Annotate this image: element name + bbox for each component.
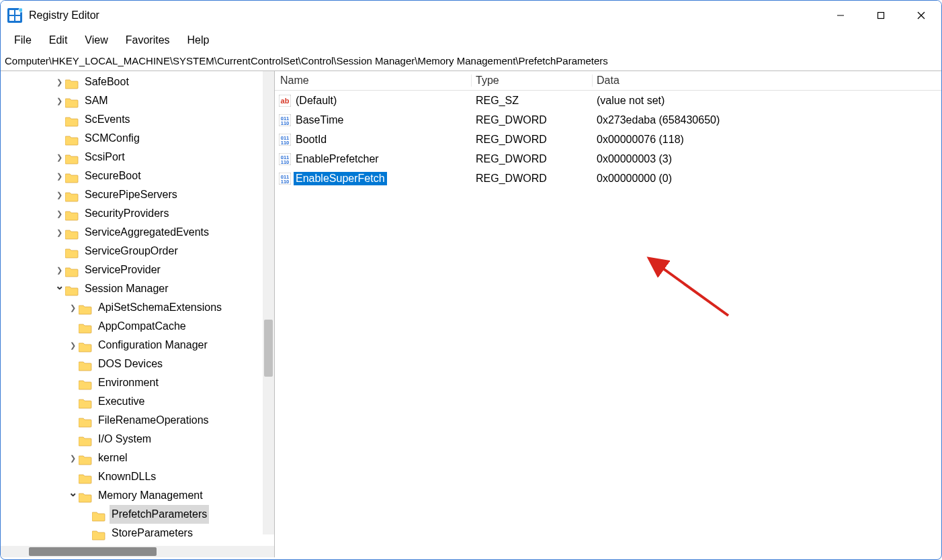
tree-item-label: SAM (83, 91, 110, 110)
scrollbar-thumb[interactable] (264, 320, 273, 377)
value-data: (value not set) (593, 95, 941, 107)
svg-line-16 (651, 260, 728, 316)
folder-icon (79, 453, 92, 464)
chevron-right-icon[interactable]: ❯ (54, 167, 64, 185)
tree-item[interactable]: KnownDLLs (1, 467, 274, 486)
values-list-panel: Name Type Data (Default)REG_SZ(value not… (275, 71, 941, 557)
list-row[interactable]: EnablePrefetcherREG_DWORD0x00000003 (3) (275, 149, 941, 169)
tree-item[interactable]: ❯SecurityProviders (1, 204, 274, 223)
menu-edit[interactable]: Edit (41, 33, 76, 48)
tree-item[interactable]: ScEvents (1, 110, 274, 129)
folder-icon (79, 302, 92, 314)
chevron-down-icon[interactable]: ⌄ (54, 277, 64, 295)
tree-item[interactable]: ⌄Memory Management (1, 486, 274, 505)
tree-item[interactable]: ⌄Session Manager (1, 279, 274, 298)
folder-icon (65, 227, 79, 238)
tree-item-label: PrefetchParameters (110, 505, 209, 524)
tree-item[interactable]: ❯Configuration Manager (1, 336, 274, 355)
chevron-right-icon[interactable]: ❯ (54, 204, 64, 223)
folder-icon (79, 359, 92, 370)
tree-item[interactable]: ❯ServiceAggregatedEvents (1, 223, 274, 242)
menu-view[interactable]: View (77, 33, 116, 48)
app-icon (7, 8, 22, 23)
menu-help[interactable]: Help (179, 33, 218, 48)
menu-file[interactable]: File (6, 33, 40, 48)
tree-item[interactable]: ❯kernel (1, 449, 274, 467)
chevron-right-icon[interactable]: ❯ (54, 148, 64, 167)
folder-icon (65, 283, 79, 295)
folder-icon (65, 265, 79, 276)
tree-item-label: I/O System (96, 430, 153, 449)
close-button[interactable] (901, 1, 941, 30)
menu-favorites[interactable]: Favorites (118, 33, 178, 48)
list-row[interactable]: BaseTimeREG_DWORD0x273edaba (658430650) (275, 110, 941, 130)
tree-vertical-scrollbar[interactable] (263, 71, 274, 534)
tree-panel: ❯SafeBoot❯SAMScEventsSCMConfig❯ScsiPort❯… (1, 71, 275, 557)
tree-item[interactable]: PrefetchParameters (1, 505, 274, 524)
list-row[interactable]: (Default)REG_SZ(value not set) (275, 91, 941, 110)
chevron-right-icon[interactable]: ❯ (54, 223, 64, 242)
tree-item-label: Environment (96, 373, 161, 392)
tree-item[interactable]: Environment (1, 373, 274, 392)
tree-item[interactable]: DOS Devices (1, 355, 274, 373)
dword-value-icon (279, 114, 291, 126)
tree-item[interactable]: AppCompatCache (1, 317, 274, 336)
chevron-right-icon[interactable]: ❯ (54, 73, 64, 91)
list-row[interactable]: EnableSuperFetchREG_DWORD0x00000000 (0) (275, 169, 941, 188)
folder-icon (65, 189, 79, 201)
tree-item[interactable]: ❯SecureBoot (1, 167, 274, 185)
dword-value-icon (279, 134, 291, 146)
tree-item-label: ApiSetSchemaExtensions (96, 298, 224, 317)
tree-item-label: SCMConfig (83, 129, 142, 148)
maximize-button[interactable] (861, 1, 901, 30)
dword-value-icon (279, 173, 291, 185)
tree-item[interactable]: ❯SecurePipeServers (1, 185, 274, 204)
folder-icon (79, 340, 92, 351)
chevron-right-icon[interactable]: ❯ (68, 336, 77, 355)
folder-icon (79, 377, 92, 389)
window-controls (820, 1, 941, 30)
folder-icon (65, 208, 79, 220)
tree-item[interactable]: StoreParameters (1, 524, 274, 543)
chevron-right-icon[interactable]: ❯ (54, 185, 64, 204)
annotation-arrow-icon (641, 252, 742, 326)
tree-item[interactable]: SCMConfig (1, 129, 274, 148)
tree-item[interactable]: ❯ApiSetSchemaExtensions (1, 298, 274, 317)
column-header-name[interactable]: Name (275, 75, 472, 87)
tree-item[interactable]: Executive (1, 392, 274, 411)
tree-item[interactable]: ❯ScsiPort (1, 148, 274, 167)
value-name: BootId (294, 133, 329, 146)
scrollbar-thumb[interactable] (29, 547, 157, 556)
string-value-icon (279, 95, 291, 107)
chevron-down-icon[interactable]: ⌄ (68, 483, 77, 502)
chevron-right-icon[interactable]: ❯ (68, 449, 77, 467)
list-row[interactable]: BootIdREG_DWORD0x00000076 (118) (275, 130, 941, 149)
folder-icon (79, 434, 92, 445)
value-type: REG_DWORD (472, 114, 593, 126)
values-list[interactable]: (Default)REG_SZ(value not set)BaseTimeRE… (275, 91, 941, 188)
tree-item-label: ScEvents (83, 110, 132, 129)
tree-item-label: kernel (96, 449, 130, 467)
chevron-right-icon[interactable]: ❯ (54, 91, 64, 110)
tree-item[interactable]: FileRenameOperations (1, 411, 274, 430)
folder-icon (79, 415, 92, 426)
tree-horizontal-scrollbar[interactable] (1, 546, 274, 557)
tree-item[interactable]: ❯SafeBoot (1, 73, 274, 91)
tree-item[interactable]: ❯SAM (1, 91, 274, 110)
column-header-type[interactable]: Type (472, 75, 593, 87)
address-bar[interactable]: Computer\HKEY_LOCAL_MACHINE\SYSTEM\Curre… (1, 52, 941, 71)
tree-item-label: StoreParameters (110, 524, 195, 543)
column-header-data[interactable]: Data (593, 75, 941, 87)
folder-icon (65, 77, 79, 88)
minimize-button[interactable] (820, 1, 861, 30)
main-split: ❯SafeBoot❯SAMScEventsSCMConfig❯ScsiPort❯… (1, 71, 941, 557)
folder-icon (79, 490, 92, 502)
tree-item[interactable]: ❯ServiceProvider (1, 261, 274, 279)
registry-tree[interactable]: ❯SafeBoot❯SAMScEventsSCMConfig❯ScsiPort❯… (1, 71, 274, 544)
tree-item[interactable]: I/O System (1, 430, 274, 449)
chevron-right-icon[interactable]: ❯ (68, 298, 77, 317)
value-data: 0x00000076 (118) (593, 134, 941, 146)
tree-item-label: FileRenameOperations (96, 411, 211, 430)
folder-icon (65, 133, 79, 144)
tree-item[interactable]: ServiceGroupOrder (1, 242, 274, 261)
